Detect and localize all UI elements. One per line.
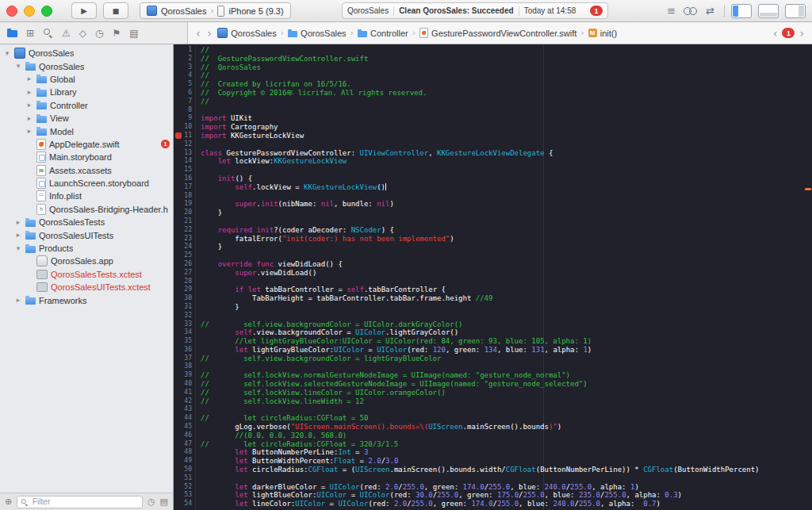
storyboard-icon: [36, 178, 46, 189]
method-icon: M: [588, 29, 597, 37]
breadcrumb-label: QorosSales: [301, 29, 346, 38]
filter-input[interactable]: [31, 497, 139, 507]
source-editor[interactable]: 1234567891011121314151617181920212223242…: [174, 44, 812, 510]
tree-row[interactable]: ▸Model: [0, 125, 173, 137]
tree-row[interactable]: Info.plist: [0, 190, 173, 202]
stop-button[interactable]: ■: [103, 2, 128, 19]
breadcrumb: QorosSales›QorosSales›Controller›Gesture…: [217, 28, 617, 38]
scm-status-icon[interactable]: ▤: [160, 497, 168, 506]
zoom-window-button[interactable]: [41, 6, 52, 17]
disclosure-triangle[interactable]: ▸: [25, 102, 33, 109]
breadcrumb-separator: ›: [412, 28, 416, 38]
disclosure-triangle[interactable]: ▸: [14, 232, 22, 239]
disclosure-triangle[interactable]: ▸: [25, 75, 33, 82]
close-window-button[interactable]: [6, 6, 17, 17]
error-count-badge[interactable]: 1: [590, 6, 603, 16]
issue-stepper: ‹ 1 ›: [772, 28, 806, 39]
debug-navigator-icon[interactable]: ◷: [95, 29, 103, 38]
issue-count-badge[interactable]: 1: [782, 28, 795, 38]
disclosure-triangle[interactable]: ▸: [25, 128, 33, 135]
tree-row[interactable]: ▸Library: [0, 86, 173, 98]
content-area: ▾QorosSales▾QorosSales▸Global▸Library▸Co…: [0, 44, 812, 510]
breadcrumb-item[interactable]: GesturePasswordViewController.swift: [419, 28, 576, 38]
tree-item-label: AppDelegate.swift: [49, 140, 120, 149]
project-navigator-icon[interactable]: [7, 29, 17, 37]
editor-scrollbar[interactable]: [804, 44, 812, 510]
toggle-utilities-button[interactable]: [785, 4, 806, 18]
tree-row[interactable]: Main.storyboard: [0, 151, 173, 163]
disclosure-triangle[interactable]: ▾: [3, 50, 11, 57]
plist-icon: [36, 190, 46, 201]
tree-row[interactable]: ▾QorosSales: [0, 47, 173, 59]
disclosure-triangle[interactable]: ▾: [14, 245, 22, 252]
recent-files-icon[interactable]: ◷: [147, 497, 155, 506]
breadcrumb-item[interactable]: Minit(): [588, 29, 617, 38]
breadcrumb-item[interactable]: QorosSales: [217, 28, 276, 38]
tree-row[interactable]: ▾QorosSales: [0, 59, 173, 72]
scheme-device: iPhone 5 (9.3): [228, 6, 283, 16]
tree-row[interactable]: ▾Products: [0, 242, 173, 255]
symbol-navigator-icon[interactable]: ⊞: [26, 29, 34, 38]
jump-bar: ‹ › QorosSales›QorosSales›Controller›Ges…: [188, 22, 812, 44]
tree-row[interactable]: ▸Frameworks: [0, 293, 173, 306]
toggle-navigator-button[interactable]: [731, 4, 752, 18]
tree-row[interactable]: Assets.xcassets: [0, 164, 173, 177]
tree-item-label: Global: [50, 75, 75, 84]
activity-time: Today at 14:58: [524, 6, 576, 15]
run-button[interactable]: ▶: [71, 2, 97, 19]
folder-icon: [36, 76, 47, 83]
scheme-app-icon: [147, 6, 157, 16]
disclosure-triangle[interactable]: ▾: [14, 63, 22, 70]
tree-row[interactable]: LaunchScreen.storyboard: [0, 177, 173, 190]
scrollbar-issue-marker[interactable]: [805, 188, 811, 190]
tree-row[interactable]: QorosSalesTests.xctest: [0, 268, 173, 281]
tree-item-label: QorosSalesUITests: [39, 231, 113, 240]
tree-row[interactable]: QorosSales.app: [0, 255, 173, 267]
tree-row[interactable]: ▸View: [0, 112, 173, 125]
tree-item-label: Controller: [50, 101, 88, 110]
breadcrumb-item[interactable]: Controller: [358, 29, 408, 38]
issue-navigator-icon[interactable]: ⚠: [62, 29, 71, 38]
breakpoint-navigator-icon[interactable]: ⚑: [113, 29, 121, 38]
tree-row[interactable]: QorosSalesUITests.xctest: [0, 281, 173, 293]
assistant-editor-button[interactable]: [684, 6, 698, 16]
tree-item-label: QorosSalesUITests.xctest: [51, 282, 151, 292]
next-issue-button[interactable]: ›: [798, 28, 806, 39]
tree-row[interactable]: ▸Controller: [0, 99, 173, 112]
disclosure-triangle[interactable]: ▸: [14, 219, 22, 226]
back-button[interactable]: ‹: [194, 28, 202, 39]
tree-row[interactable]: ▸QorosSalesTests: [0, 216, 173, 228]
tree-row[interactable]: AppDelegate.swift1: [0, 138, 173, 151]
disclosure-triangle[interactable]: ▸: [25, 115, 33, 122]
previous-issue-button[interactable]: ‹: [772, 28, 779, 39]
tree-item-label: QorosSalesTests: [39, 217, 105, 227]
activity-viewer: QorosSales Clean QorosSales: Succeeded T…: [342, 2, 608, 19]
test-navigator-icon[interactable]: ◇: [79, 29, 86, 38]
tree-item-label: Products: [39, 243, 73, 253]
tree-row[interactable]: ▸Global: [0, 73, 173, 86]
report-navigator-icon[interactable]: ▤: [129, 29, 138, 38]
activity-status: Clean QorosSales: Succeeded: [399, 6, 514, 15]
disclosure-triangle[interactable]: ▸: [14, 297, 22, 304]
tree-row[interactable]: hQorosSales-Bridging-Header.h: [0, 203, 173, 216]
breadcrumb-item[interactable]: QorosSales: [288, 29, 346, 38]
find-navigator-icon[interactable]: [43, 28, 53, 38]
toggle-debug-area-button[interactable]: [758, 4, 779, 18]
disclosure-triangle[interactable]: ▸: [25, 89, 33, 96]
version-editor-button[interactable]: ⇄: [706, 6, 714, 16]
forward-button[interactable]: ›: [206, 28, 214, 39]
activity-project: QorosSales: [347, 6, 389, 15]
tree-item-label: QorosSalesTests.xctest: [51, 270, 142, 279]
code-lines[interactable]: //// GesturePasswordViewController.swift…: [196, 44, 812, 510]
tree-item-label: QorosSales: [39, 62, 84, 71]
folder-icon: [25, 63, 36, 71]
tree-item-label: Library: [50, 87, 77, 97]
tree-item-label: Info.plist: [49, 191, 82, 201]
minimize-window-button[interactable]: [24, 6, 35, 17]
folder-icon: [25, 220, 36, 227]
tree-row[interactable]: ▸QorosSalesUITests: [0, 228, 173, 241]
standard-editor-button[interactable]: ≡: [667, 6, 676, 16]
xcode-window: ▶ ■ QorosSales › iPhone 5 (9.3) QorosSal…: [0, 0, 812, 510]
add-filter-icon[interactable]: ⊕: [5, 497, 12, 506]
scheme-selector[interactable]: QorosSales › iPhone 5 (9.3): [140, 2, 291, 19]
